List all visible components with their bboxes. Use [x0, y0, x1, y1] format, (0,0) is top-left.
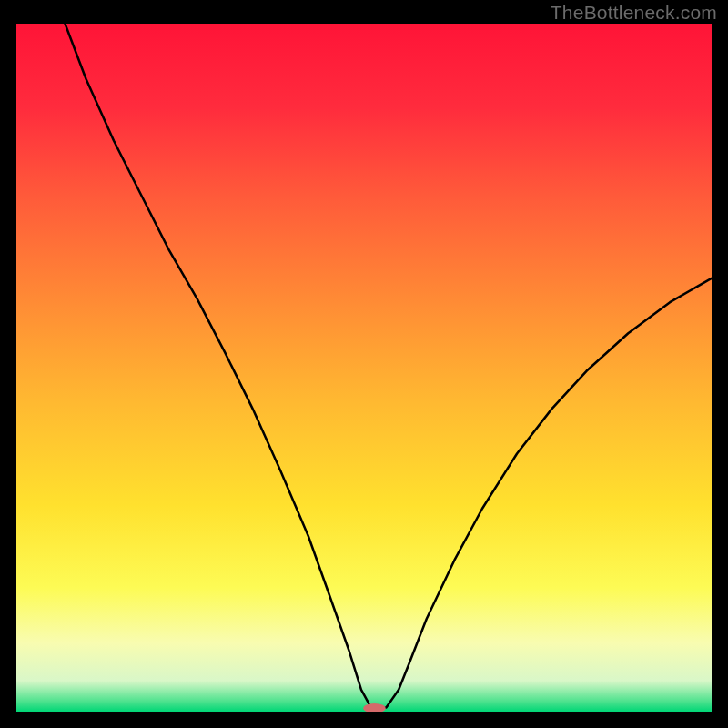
- plot-area: [16, 24, 712, 712]
- chart-svg: [16, 24, 712, 712]
- gradient-background: [16, 24, 712, 712]
- chart-frame: TheBottleneck.com: [0, 0, 728, 728]
- watermark-text: TheBottleneck.com: [551, 2, 717, 24]
